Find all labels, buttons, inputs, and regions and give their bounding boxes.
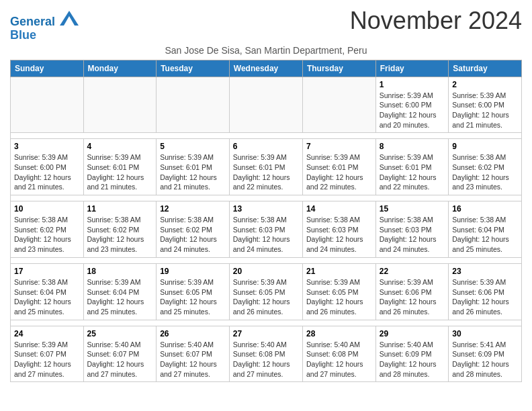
- weekday-wednesday: Wednesday: [229, 60, 302, 77]
- day-number: 25: [87, 329, 153, 338]
- calendar-cell: [157, 77, 230, 133]
- day-info: Sunrise: 5:39 AMSunset: 6:00 PMDaylight:…: [380, 91, 445, 130]
- day-number: 14: [306, 204, 372, 214]
- logo-general: General: [10, 15, 55, 28]
- week-row-4: 17Sunrise: 5:38 AMSunset: 6:04 PMDayligh…: [11, 263, 522, 320]
- day-info: Sunrise: 5:39 AMSunset: 6:01 PMDaylight:…: [160, 152, 226, 192]
- day-info: Sunrise: 5:39 AMSunset: 6:00 PMDaylight:…: [452, 91, 518, 130]
- calendar-cell: 3Sunrise: 5:39 AMSunset: 6:00 PMDaylight…: [11, 139, 84, 195]
- calendar-cell: 16Sunrise: 5:38 AMSunset: 6:04 PMDayligh…: [449, 201, 522, 258]
- weekday-sunday: Sunday: [11, 60, 84, 77]
- calendar-cell: 6Sunrise: 5:39 AMSunset: 6:01 PMDaylight…: [229, 139, 302, 195]
- day-info: Sunrise: 5:38 AMSunset: 6:03 PMDaylight:…: [233, 215, 299, 255]
- day-info: Sunrise: 5:38 AMSunset: 6:03 PMDaylight:…: [380, 215, 445, 255]
- weekday-saturday: Saturday: [449, 60, 522, 77]
- weekday-thursday: Thursday: [302, 60, 375, 77]
- calendar-cell: 26Sunrise: 5:40 AMSunset: 6:07 PMDayligh…: [157, 326, 230, 382]
- day-number: 26: [160, 329, 226, 338]
- day-info: Sunrise: 5:39 AMSunset: 6:07 PMDaylight:…: [14, 340, 80, 379]
- logo-text: General: [10, 11, 79, 29]
- day-number: 19: [160, 267, 226, 276]
- day-number: 8: [380, 142, 445, 151]
- day-number: 10: [14, 204, 80, 214]
- day-info: Sunrise: 5:39 AMSunset: 6:01 PMDaylight:…: [306, 152, 372, 192]
- day-info: Sunrise: 5:39 AMSunset: 6:01 PMDaylight:…: [87, 152, 153, 192]
- day-number: 2: [452, 80, 518, 89]
- day-info: Sunrise: 5:38 AMSunset: 6:02 PMDaylight:…: [87, 215, 153, 255]
- subtitle: San Jose De Sisa, San Martin Department,…: [10, 45, 522, 56]
- day-number: 24: [14, 329, 80, 338]
- day-info: Sunrise: 5:40 AMSunset: 6:08 PMDaylight:…: [233, 340, 299, 379]
- day-number: 30: [452, 329, 518, 338]
- day-number: 21: [306, 267, 372, 276]
- row-separator: [11, 195, 522, 201]
- calendar-cell: 7Sunrise: 5:39 AMSunset: 6:01 PMDaylight…: [302, 139, 375, 195]
- calendar-cell: 13Sunrise: 5:38 AMSunset: 6:03 PMDayligh…: [229, 201, 302, 258]
- day-info: Sunrise: 5:38 AMSunset: 6:04 PMDaylight:…: [14, 277, 80, 317]
- logo-blue: Blue: [10, 29, 79, 42]
- calendar-cell: 29Sunrise: 5:40 AMSunset: 6:09 PMDayligh…: [375, 326, 448, 382]
- day-number: 5: [160, 142, 226, 151]
- calendar-cell: 5Sunrise: 5:39 AMSunset: 6:01 PMDaylight…: [157, 139, 230, 195]
- calendar-cell: 19Sunrise: 5:39 AMSunset: 6:05 PMDayligh…: [157, 263, 230, 320]
- week-row-5: 24Sunrise: 5:39 AMSunset: 6:07 PMDayligh…: [11, 326, 522, 382]
- calendar-cell: [302, 77, 375, 133]
- day-info: Sunrise: 5:39 AMSunset: 6:06 PMDaylight:…: [380, 277, 445, 317]
- day-info: Sunrise: 5:39 AMSunset: 6:00 PMDaylight:…: [14, 152, 80, 192]
- day-info: Sunrise: 5:40 AMSunset: 6:09 PMDaylight:…: [380, 340, 445, 379]
- day-info: Sunrise: 5:39 AMSunset: 6:04 PMDaylight:…: [87, 277, 153, 317]
- title-section: November 2024: [350, 7, 522, 35]
- calendar-cell: 9Sunrise: 5:38 AMSunset: 6:02 PMDaylight…: [449, 139, 522, 195]
- calendar-cell: [11, 77, 84, 133]
- day-info: Sunrise: 5:38 AMSunset: 6:03 PMDaylight:…: [306, 215, 372, 255]
- calendar-cell: [83, 77, 157, 133]
- day-info: Sunrise: 5:39 AMSunset: 6:05 PMDaylight:…: [306, 277, 372, 317]
- day-number: 7: [306, 142, 372, 151]
- calendar-cell: 30Sunrise: 5:41 AMSunset: 6:09 PMDayligh…: [449, 326, 522, 382]
- calendar-cell: 21Sunrise: 5:39 AMSunset: 6:05 PMDayligh…: [302, 263, 375, 320]
- day-info: Sunrise: 5:38 AMSunset: 6:02 PMDaylight:…: [160, 215, 226, 255]
- calendar-cell: 15Sunrise: 5:38 AMSunset: 6:03 PMDayligh…: [375, 201, 448, 258]
- day-info: Sunrise: 5:38 AMSunset: 6:02 PMDaylight:…: [14, 215, 80, 255]
- day-info: Sunrise: 5:39 AMSunset: 6:05 PMDaylight:…: [233, 277, 299, 317]
- calendar-cell: 1Sunrise: 5:39 AMSunset: 6:00 PMDaylight…: [375, 77, 448, 133]
- day-info: Sunrise: 5:40 AMSunset: 6:07 PMDaylight:…: [87, 340, 153, 379]
- day-number: 17: [14, 267, 80, 276]
- day-number: 3: [14, 142, 80, 151]
- calendar-cell: 11Sunrise: 5:38 AMSunset: 6:02 PMDayligh…: [83, 201, 157, 258]
- day-number: 18: [87, 267, 153, 276]
- day-info: Sunrise: 5:38 AMSunset: 6:02 PMDaylight:…: [452, 152, 518, 192]
- day-number: 23: [452, 267, 518, 276]
- day-number: 20: [233, 267, 299, 276]
- day-info: Sunrise: 5:38 AMSunset: 6:04 PMDaylight:…: [452, 215, 518, 255]
- day-number: 11: [87, 204, 153, 214]
- calendar-cell: 4Sunrise: 5:39 AMSunset: 6:01 PMDaylight…: [83, 139, 157, 195]
- weekday-tuesday: Tuesday: [157, 60, 230, 77]
- weekday-friday: Friday: [375, 60, 448, 77]
- day-info: Sunrise: 5:39 AMSunset: 6:05 PMDaylight:…: [160, 277, 226, 317]
- calendar-cell: 12Sunrise: 5:38 AMSunset: 6:02 PMDayligh…: [157, 201, 230, 258]
- page-header: General Blue November 2024: [10, 7, 522, 42]
- calendar-table: SundayMondayTuesdayWednesdayThursdayFrid…: [10, 60, 522, 383]
- calendar-cell: 24Sunrise: 5:39 AMSunset: 6:07 PMDayligh…: [11, 326, 84, 382]
- calendar-cell: 28Sunrise: 5:40 AMSunset: 6:08 PMDayligh…: [302, 326, 375, 382]
- day-number: 28: [306, 329, 372, 338]
- day-info: Sunrise: 5:41 AMSunset: 6:09 PMDaylight:…: [452, 340, 518, 379]
- day-number: 29: [380, 329, 445, 338]
- calendar-cell: 23Sunrise: 5:39 AMSunset: 6:06 PMDayligh…: [449, 263, 522, 320]
- day-number: 15: [380, 204, 445, 214]
- logo: General Blue: [10, 11, 79, 42]
- row-separator: [11, 257, 522, 263]
- day-info: Sunrise: 5:40 AMSunset: 6:07 PMDaylight:…: [160, 340, 226, 379]
- calendar-cell: 27Sunrise: 5:40 AMSunset: 6:08 PMDayligh…: [229, 326, 302, 382]
- day-number: 6: [233, 142, 299, 151]
- week-row-3: 10Sunrise: 5:38 AMSunset: 6:02 PMDayligh…: [11, 201, 522, 258]
- day-info: Sunrise: 5:39 AMSunset: 6:01 PMDaylight:…: [380, 152, 445, 192]
- week-row-1: 1Sunrise: 5:39 AMSunset: 6:00 PMDaylight…: [11, 77, 522, 133]
- calendar-cell: 17Sunrise: 5:38 AMSunset: 6:04 PMDayligh…: [11, 263, 84, 320]
- day-number: 1: [380, 80, 445, 89]
- calendar-cell: 25Sunrise: 5:40 AMSunset: 6:07 PMDayligh…: [83, 326, 157, 382]
- day-number: 13: [233, 204, 299, 214]
- day-number: 9: [452, 142, 518, 151]
- calendar-cell: 18Sunrise: 5:39 AMSunset: 6:04 PMDayligh…: [83, 263, 157, 320]
